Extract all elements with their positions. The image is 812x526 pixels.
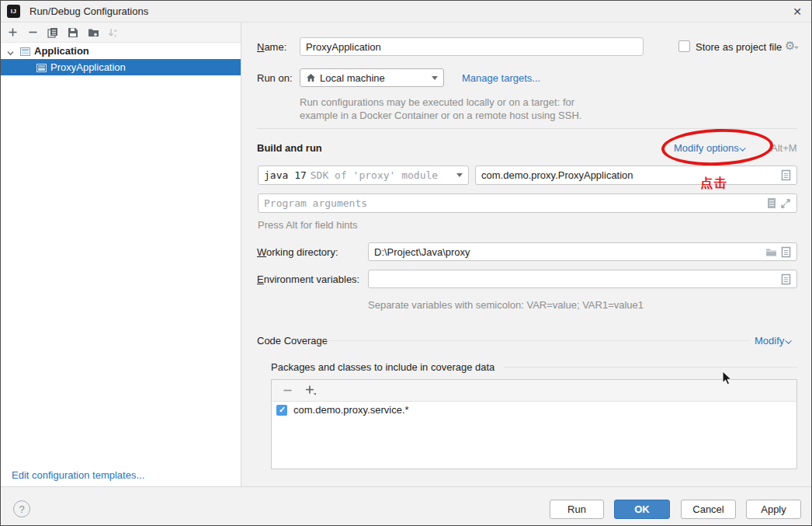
store-settings-gear-icon[interactable]: ⚙ [785,39,800,53]
environment-variables-hint: Separate variables with semicolon: VAR=v… [368,299,644,311]
remove-pattern-icon[interactable] [282,385,293,396]
tree-item-proxyapplication[interactable]: ProxyApplication [1,59,241,75]
dialog-footer: ? Run OK Cancel Apply [1,486,811,526]
modify-options-shortcut: Alt+M [771,142,797,154]
home-icon [306,73,316,82]
store-as-project-file-checkbox[interactable] [678,40,690,52]
new-folder-icon[interactable] [88,27,99,38]
program-arguments-field-wrapper [258,193,797,213]
tree-item-label: ProxyApplication [50,61,126,73]
expand-field-icon[interactable] [780,198,791,209]
configurations-tree: Application ProxyApplication [1,43,241,75]
environment-variables-label: Environment variables: [257,273,359,285]
main-class-field-wrapper [475,165,797,185]
save-configuration-icon[interactable] [68,27,78,38]
application-type-icon [20,47,30,55]
run-on-hint: Run configurations may be executed local… [300,96,672,122]
copy-configuration-icon[interactable] [47,27,58,38]
remove-configuration-icon[interactable] [27,27,38,38]
intellij-logo-icon: IJ [7,5,20,18]
chevron-down-icon [432,76,438,80]
coverage-pattern-row[interactable]: com.demo.proxy.service.* [272,402,796,416]
help-button[interactable]: ? [13,500,30,517]
name-field-wrapper [300,37,644,56]
code-coverage-title: Code Coverage [257,335,328,347]
jdk-select[interactable]: java 17 SDK of 'proxy' module [258,165,469,185]
store-as-project-file-label: Store as project file [696,41,782,53]
mouse-cursor [722,371,732,388]
environment-variables-field-wrapper [368,270,797,288]
application-type-icon [36,63,47,71]
sidebar-toolbar: az [1,23,241,43]
field-hints-text: Press Alt for field hints [258,219,358,231]
sort-configurations-icon[interactable]: az [108,27,119,38]
run-on-label: Run on: [257,72,293,84]
add-configuration-icon[interactable] [7,27,18,38]
main-class-input[interactable] [481,169,777,181]
name-label: Name: [257,41,286,53]
coverage-packages-label: Packages and classes to include in cover… [271,361,494,373]
jdk-description: SDK of 'proxy' module [311,169,438,181]
coverage-packages-rule [504,367,797,368]
jdk-value: java 17 [264,169,307,181]
ok-button[interactable]: OK [614,500,670,519]
coverage-pattern-checkbox[interactable] [276,405,287,416]
macros-list-icon[interactable] [781,246,791,258]
coverage-modify-link[interactable]: Modify [755,335,792,347]
environment-variables-input[interactable] [374,273,777,285]
close-icon[interactable]: ✕ [793,5,802,18]
macros-list-icon[interactable] [781,273,791,285]
chevron-down-icon [785,337,791,343]
configurations-sidebar: az Application ProxyApplication Edit con… [1,23,241,486]
code-coverage-rule [325,340,749,341]
build-and-run-title: Build and run [257,142,322,154]
working-directory-label: Working directory: [257,246,338,258]
working-directory-input[interactable] [374,246,762,258]
run-button[interactable]: Run [550,500,604,519]
coverage-packages-panel: com.demo.proxy.service.* [271,379,797,469]
run-on-value: Local machine [320,72,385,84]
macros-list-icon[interactable] [781,169,791,181]
browse-folder-icon[interactable] [765,247,777,256]
click-here-annotation: 点击 [700,176,728,192]
manage-targets-link[interactable]: Manage targets... [462,72,540,84]
apply-button[interactable]: Apply [746,500,801,519]
run-on-select[interactable]: Local machine [300,68,444,87]
chevron-down-icon [456,173,463,177]
dialog-title: Run/Debug Configurations [29,5,148,17]
title-bar: IJ Run/Debug Configurations ✕ [1,1,811,23]
coverage-panel-toolbar [272,380,796,402]
cancel-button[interactable]: Cancel [681,500,736,519]
tree-group-label: Application [34,45,89,57]
macros-list-icon[interactable] [767,197,776,209]
tree-group-application[interactable]: Application [1,43,241,59]
red-circle-annotation [661,127,774,168]
svg-text:a: a [114,28,117,33]
svg-text:z: z [114,33,116,38]
run-debug-configurations-dialog: IJ Run/Debug Configurations ✕ az [0,0,812,526]
name-input[interactable] [306,41,637,53]
chevron-down-icon[interactable] [7,47,15,55]
edit-configuration-templates-link[interactable]: Edit configuration templates... [12,469,144,481]
program-arguments-input[interactable] [264,197,763,209]
coverage-pattern-label: com.demo.proxy.service.* [293,404,409,416]
working-directory-field-wrapper [368,242,797,261]
add-pattern-icon[interactable] [305,385,316,396]
